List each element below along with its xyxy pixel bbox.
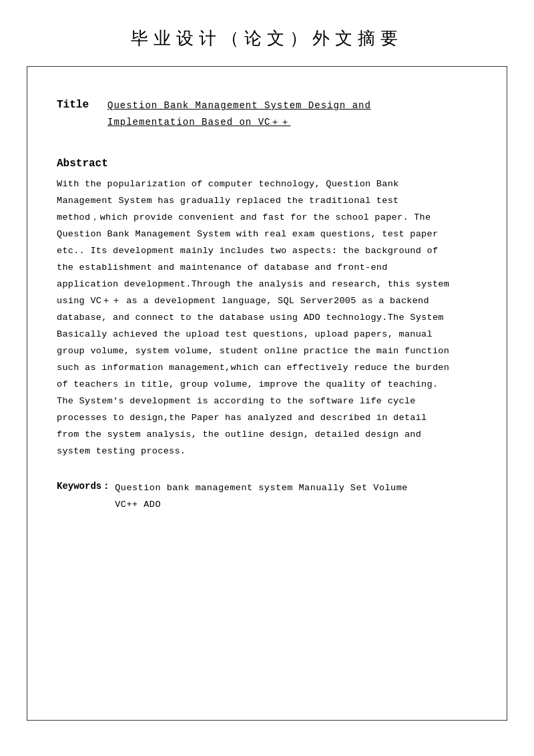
title-label: Title: [57, 99, 97, 111]
keywords-text: Question bank management system Manually…: [115, 480, 408, 514]
keywords-label: Keywords：: [57, 480, 111, 492]
title-section: Title Question Bank Management System De…: [57, 98, 477, 131]
page-title: 毕业设计（论文）外文摘要: [131, 27, 403, 50]
spacer1: [57, 138, 477, 158]
title-line1: Question Bank Management System Design a…: [107, 100, 371, 111]
title-line2: Implementation Based on VC＋＋: [107, 117, 290, 128]
content-box: Title Question Bank Management System De…: [27, 66, 507, 721]
abstract-body: With the popularization of computer tech…: [57, 176, 477, 459]
keywords-section: Keywords： Question bank management syste…: [57, 480, 477, 514]
abstract-label: Abstract: [57, 158, 477, 170]
title-text: Question Bank Management System Design a…: [107, 98, 371, 131]
